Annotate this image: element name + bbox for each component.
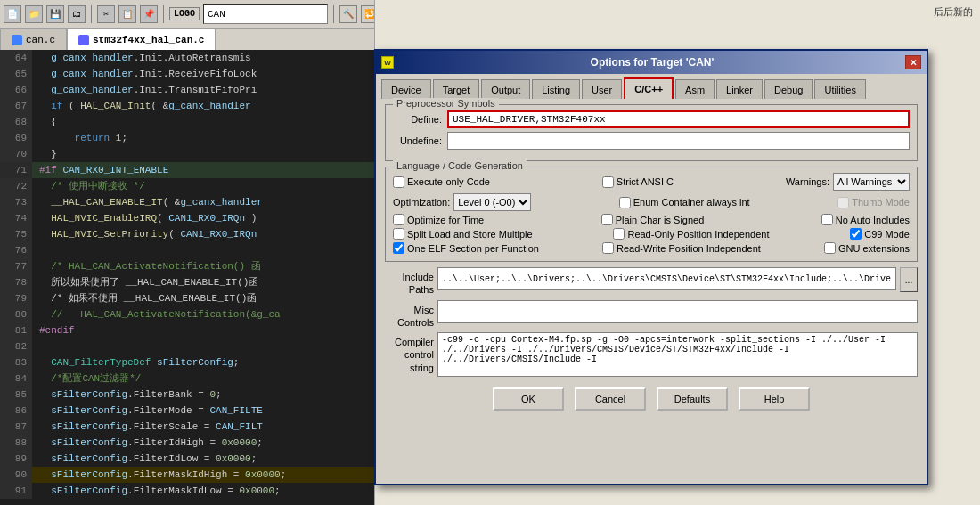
- optimize-time-row: Optimize for Time: [393, 214, 484, 225]
- rw-position-row: Read-Write Position Independent: [602, 242, 761, 254]
- code-line-64: 64 g_canx_handler.Init.AutoRetransmis: [0, 50, 374, 66]
- dialog-titlebar: W Options for Target 'CAN' ✕: [376, 51, 927, 74]
- dialog-close-button[interactable]: ✕: [905, 55, 921, 69]
- optimization-row: Optimization: Level 0 (-O0) Level 1 (-O1…: [393, 193, 531, 211]
- execute-only-label: Execute-only Code: [407, 176, 490, 187]
- file-icon: [12, 35, 22, 45]
- tab-device[interactable]: Device: [381, 79, 431, 99]
- tab-can-c-label: can.c: [26, 35, 55, 45]
- dialog-tabs: Device Target Output Listing User C/C++ …: [376, 74, 927, 99]
- code-line-75: 75 HAL_NVIC_SetPriority( CAN1_RX0_IRQn: [0, 226, 374, 242]
- tab-listing[interactable]: Listing: [532, 79, 580, 99]
- build-icon[interactable]: 🔨: [339, 5, 357, 23]
- paste-icon[interactable]: 📌: [140, 5, 158, 23]
- code-line-73: 73 __HAL_CAN_ENABLE_IT( &g_canx_handler: [0, 194, 374, 210]
- new-icon[interactable]: 📄: [4, 5, 21, 23]
- save-all-icon[interactable]: 🗂: [68, 5, 86, 23]
- defaults-button[interactable]: Defaults: [657, 387, 728, 411]
- ok-button[interactable]: OK: [493, 387, 564, 411]
- optimize-time-checkbox[interactable]: [393, 214, 404, 225]
- open-icon[interactable]: 📁: [25, 5, 43, 23]
- define-input[interactable]: [447, 110, 910, 128]
- undefine-label: Undefine:: [393, 135, 442, 146]
- code-line-83: 83 CAN_FilterTypeDef sFilterConfig;: [0, 354, 374, 371]
- tab-cpp[interactable]: C/C++: [624, 77, 674, 99]
- misc-controls-input[interactable]: [437, 300, 918, 323]
- logo-label: LOGO: [169, 7, 200, 20]
- one-elf-checkbox[interactable]: [393, 242, 404, 254]
- code-line-80: 80 // HAL_CAN_ActivateNotification(&g_ca: [0, 306, 374, 322]
- optimization-select[interactable]: Level 0 (-O0) Level 1 (-O1) Level 2 (-O2…: [453, 193, 531, 211]
- copy-icon[interactable]: 📋: [118, 5, 136, 23]
- code-line-78: 78 所以如果使用了 __HAL_CAN_ENABLE_IT()函: [0, 274, 374, 290]
- execute-only-checkbox[interactable]: [393, 176, 404, 188]
- c99-mode-checkbox[interactable]: [850, 228, 862, 240]
- code-line-85: 85 sFilterConfig.FilterBank = 0;: [0, 387, 374, 403]
- rw-position-checkbox[interactable]: [602, 242, 614, 254]
- tab-output[interactable]: Output: [481, 79, 530, 99]
- code-line-72: 72 /* 使用中断接收 */: [0, 178, 374, 194]
- warnings-select[interactable]: All Warnings No Warnings: [833, 173, 910, 191]
- lang-codegen-section: Language / Code Generation Execute-only …: [385, 167, 918, 262]
- define-label: Define:: [393, 114, 442, 125]
- tab-target[interactable]: Target: [433, 79, 480, 99]
- code-line-81: 81 #endif: [0, 322, 374, 338]
- cancel-button[interactable]: Cancel: [575, 387, 646, 411]
- gnu-extensions-label: GNU extensions: [838, 243, 910, 254]
- compiler-string-textarea[interactable]: -c99 -c -cpu Cortex-M4.fp.sp -g -O0 -apc…: [437, 332, 918, 377]
- include-paths-browse-button[interactable]: ...: [900, 267, 918, 292]
- gnu-extensions-checkbox[interactable]: [824, 242, 836, 254]
- rw-position-label: Read-Write Position Independent: [617, 243, 761, 254]
- code-line-89: 89 sFilterConfig.FilterIdLow = 0x0000;: [0, 451, 374, 467]
- help-button[interactable]: Help: [739, 387, 810, 411]
- tab-asm[interactable]: Asm: [675, 79, 715, 99]
- plain-char-checkbox[interactable]: [601, 214, 613, 225]
- warnings-row: Warnings: All Warnings No Warnings: [786, 173, 910, 191]
- save-icon[interactable]: 💾: [46, 5, 64, 23]
- thumb-mode-label: Thumb Mode: [852, 197, 910, 208]
- c99-mode-row: C99 Mode: [850, 228, 910, 240]
- right-panel-text: 后后新的: [379, 4, 976, 20]
- include-paths-row: IncludePaths ...: [385, 267, 918, 297]
- cut-icon[interactable]: ✂: [97, 5, 115, 23]
- code-line-90: 90 sFilterConfig.FilterMaskIdHigh = 0x00…: [0, 467, 374, 483]
- code-line-88: 88 sFilterConfig.FilterIdHigh = 0x0000;: [0, 435, 374, 451]
- tab-hal-can-c[interactable]: stm32f4xx_hal_can.c: [67, 29, 216, 50]
- code-line-82: 82: [0, 338, 374, 354]
- file-icon-2: [78, 35, 89, 45]
- dialog-body: Preprocessor Symbols Define: Undefine: L…: [376, 99, 927, 419]
- tab-debug[interactable]: Debug: [764, 79, 813, 99]
- undefine-row: Undefine:: [393, 132, 910, 150]
- undefine-input[interactable]: [447, 132, 910, 150]
- strict-ansi-checkbox[interactable]: [602, 176, 614, 188]
- options-dialog: W Options for Target 'CAN' ✕ Device Targ…: [374, 49, 928, 485]
- code-line-77: 77 /* HAL_CAN_ActivateNotification() 函: [0, 258, 374, 274]
- strict-ansi-row: Strict ANSI C: [602, 176, 674, 188]
- code-line-65: 65 g_canx_handler.Init.ReceiveFifoLock: [0, 66, 374, 82]
- code-line-91: 91 sFilterConfig.FilterMaskIdLow = 0x000…: [0, 483, 374, 499]
- preprocessor-label: Preprocessor Symbols: [393, 98, 499, 109]
- tab-utilities[interactable]: Utilities: [814, 79, 865, 99]
- split-load-label: Split Load and Store Multiple: [407, 229, 533, 240]
- no-auto-includes-row: No Auto Includes: [821, 214, 910, 225]
- enum-container-checkbox[interactable]: [619, 197, 631, 208]
- code-line-67: 67 if ( HAL_CAN_Init( &g_canx_handler: [0, 98, 374, 114]
- tab-can-c[interactable]: can.c: [0, 29, 67, 50]
- ro-position-label: Read-Only Position Independent: [627, 229, 769, 240]
- tab-linker[interactable]: Linker: [716, 79, 763, 99]
- thumb-mode-checkbox: [837, 197, 849, 208]
- file-tabs: can.c stm32f4xx_hal_can.c: [0, 29, 374, 50]
- target-combo[interactable]: CAN: [203, 4, 328, 24]
- ro-position-checkbox[interactable]: [613, 228, 625, 240]
- tab-user[interactable]: User: [582, 79, 622, 99]
- split-load-checkbox[interactable]: [393, 228, 404, 240]
- compiler-string-container: -c99 -c -cpu Cortex-M4.fp.sp -g -O0 -apc…: [437, 332, 918, 380]
- lang-codegen-label: Language / Code Generation: [393, 160, 527, 171]
- no-auto-includes-checkbox[interactable]: [821, 214, 833, 225]
- enum-container-row: Enum Container always int: [619, 197, 750, 208]
- code-line-79: 79 /* 如果不使用 __HAL_CAN_ENABLE_IT()函: [0, 290, 374, 306]
- code-line-66: 66 g_canx_handler.Init.TransmitFifoPri: [0, 82, 374, 98]
- code-line-70: 70 }: [0, 146, 374, 162]
- include-paths-input[interactable]: [437, 267, 896, 290]
- code-editor: 64 g_canx_handler.Init.AutoRetransmis 65…: [0, 50, 374, 505]
